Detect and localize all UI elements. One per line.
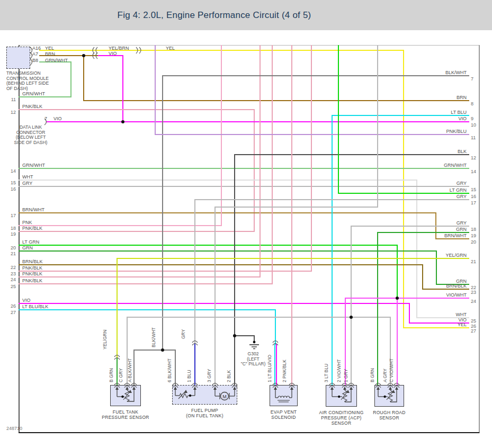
- vertical-wire-label: YEL/GRN: [103, 330, 108, 350]
- inline-connector-icon: [134, 47, 145, 54]
- right-pin-wire-label: GRN/WHT: [444, 163, 467, 168]
- left-pin-wire-label: GRN: [22, 245, 33, 250]
- left-pin-wire-label: PNK/BLK: [22, 226, 42, 231]
- wire-grnwht-pin14: [19, 168, 469, 169]
- wire-pnkblk-pin25: [272, 45, 273, 284]
- wire-ltblu-pin9-acp3: [332, 115, 469, 116]
- left-pin-wire-label: VIO: [22, 298, 31, 303]
- junction-dot: [233, 334, 236, 337]
- vertical-wire-label: 1 LT BLU/VIO: [267, 355, 272, 382]
- wire-grnwht-b8-pin11: [70, 61, 71, 97]
- wire-grn-pin21-22: [19, 250, 437, 252]
- left-pin-number: 23: [6, 271, 16, 276]
- inline-wire-label: VIO: [53, 116, 62, 121]
- inline-wire-label: GRN/WHT: [45, 58, 68, 63]
- right-pin-wire-label: LT BLU: [451, 110, 467, 115]
- vertical-wire-label: A GRY: [383, 369, 388, 382]
- evap-vent-solenoid-pin-connector-icon: [272, 381, 279, 388]
- fuel-pump-pin-connector-icon: [211, 381, 219, 388]
- right-pin-number: 21: [471, 259, 476, 264]
- junction-dot: [161, 348, 164, 352]
- right-pin-number: 9: [471, 116, 473, 121]
- wire-grn-pin19-rr-b: [377, 232, 378, 386]
- left-pin-number: 16: [6, 186, 16, 192]
- inline-wire-label: YEL: [166, 46, 175, 51]
- wire-gry-pin18-acp1: [351, 226, 469, 227]
- fuel-tank-pressure-sensor-pin-connector-icon: [113, 381, 121, 388]
- left-pin-number: 21: [6, 251, 16, 256]
- fuel-tank-pressure-sensor-internal-symbol: [110, 385, 141, 406]
- left-pin-wire-label: BRN/BLK: [22, 259, 43, 264]
- left-pin-wire-label: PNK/BLK: [22, 265, 42, 271]
- wire-pnkblk-pin24: [19, 276, 261, 277]
- diagram-border-bottom: [19, 432, 479, 433]
- fuel-pump-pin-connector-icon: [231, 381, 238, 388]
- wire-connector-icon: [191, 339, 199, 346]
- vertical-wire-label: BLK/WHT: [151, 327, 156, 347]
- left-pin-wire-label: PNK/BLK: [22, 104, 42, 109]
- right-pin-number: 8: [471, 101, 473, 106]
- vertical-wire-label: 1 BLU: [187, 370, 192, 382]
- vertical-wire-label: 6 BLK/WHT: [167, 359, 172, 382]
- svg-text:M: M: [222, 394, 227, 399]
- wire-blk-g302: [234, 335, 255, 336]
- ground-symbol-icon: [247, 340, 259, 351]
- ground-label-line: "C" PILLAR): [238, 362, 268, 367]
- vertical-wire-label: B GRN: [370, 368, 375, 382]
- air-conditioning-pressure-sensor-pin-connector-icon: [347, 381, 355, 388]
- fuel-tank-pressure-sensor-pin-connector-icon: [123, 381, 131, 388]
- wire-gry-rr-a: [351, 317, 391, 318]
- wire-gry-pin17-pump1: [194, 199, 195, 345]
- right-pin-number: 7: [471, 76, 473, 82]
- left-pin-wire-label: GRY: [22, 181, 32, 186]
- junction-dot: [396, 297, 399, 300]
- wire-gry-pump3: [377, 45, 378, 208]
- right-pin-number: 20: [471, 239, 476, 245]
- wire-brnblk-pin22-23: [422, 289, 469, 290]
- wire-blkwht-pin7: [162, 75, 163, 351]
- left-pin-number: 25: [6, 284, 16, 289]
- wire-ltgrn-pin20: [19, 245, 398, 246]
- wire-gry-pump3: [214, 207, 378, 208]
- right-pin-number: 11: [471, 135, 476, 140]
- left-pin-number: 12: [6, 110, 16, 115]
- vertical-wire-label: 3 GRY: [207, 369, 212, 382]
- left-pin-number: 14: [6, 168, 16, 174]
- wire-viowht-pin24-acp2: [345, 298, 469, 299]
- inline-wire-label: BRN: [45, 51, 55, 57]
- right-pin-wire-label: PNK/BLU: [446, 129, 467, 134]
- title-bar: Fig 4: 2.0L, Engine Performance Circuit …: [0, 0, 492, 30]
- left-pin-wire-label: PNK/BLK: [22, 278, 42, 283]
- fuel-pump-pin-connector-icon: [172, 381, 179, 388]
- wire-pnkblk-pin12-19: [19, 109, 255, 110]
- fuel-pump-internal-symbol: M: [172, 385, 237, 405]
- wire-ltbluvio-evap1-c: [274, 344, 275, 386]
- left-pin-number: 26: [6, 303, 16, 309]
- tcm-box: [6, 47, 30, 69]
- right-pin-number: 10: [471, 122, 476, 128]
- left-pin-wire-label: LT BLU/BLK: [22, 304, 48, 309]
- right-pin-number: 19: [471, 233, 476, 238]
- wire-blu-pump1: [194, 344, 195, 386]
- wire-brnblk-pin22-23: [19, 264, 423, 265]
- diagram-footer-code: 248710: [6, 426, 22, 431]
- diagram-border-right: [479, 45, 480, 433]
- page-title: Fig 4: 2.0L, Engine Performance Circuit …: [118, 10, 375, 21]
- wire-blk-pin12-pump2: [234, 154, 235, 386]
- wire-pnkblk-pin23: [311, 45, 312, 272]
- right-pin-wire-label: BRN: [457, 95, 467, 100]
- wire-pnkblk-pin12-19: [19, 231, 255, 232]
- wire-pnk-pin18: [19, 225, 222, 226]
- left-pin-number: 19: [6, 231, 16, 237]
- left-pin-wire-label: GRN/WHT: [22, 91, 45, 96]
- air-conditioning-pressure-sensor-pin-connector-icon: [328, 381, 336, 388]
- wire-viowht-rr-c: [397, 298, 398, 386]
- wire-pnkblk-evap2: [291, 45, 292, 386]
- vertical-wire-label: C GRY: [119, 368, 123, 382]
- rough-road-sensor-label-line: ROUGH ROAD: [352, 410, 426, 415]
- vertical-wire-label: 2 PNK/BLK: [282, 360, 287, 382]
- wire-gry-pump3: [214, 207, 216, 386]
- wire-pnkblk-pin23: [19, 271, 312, 272]
- rough-road-sensor-pin-connector-icon: [393, 381, 400, 388]
- diagram-border-top: [19, 45, 479, 46]
